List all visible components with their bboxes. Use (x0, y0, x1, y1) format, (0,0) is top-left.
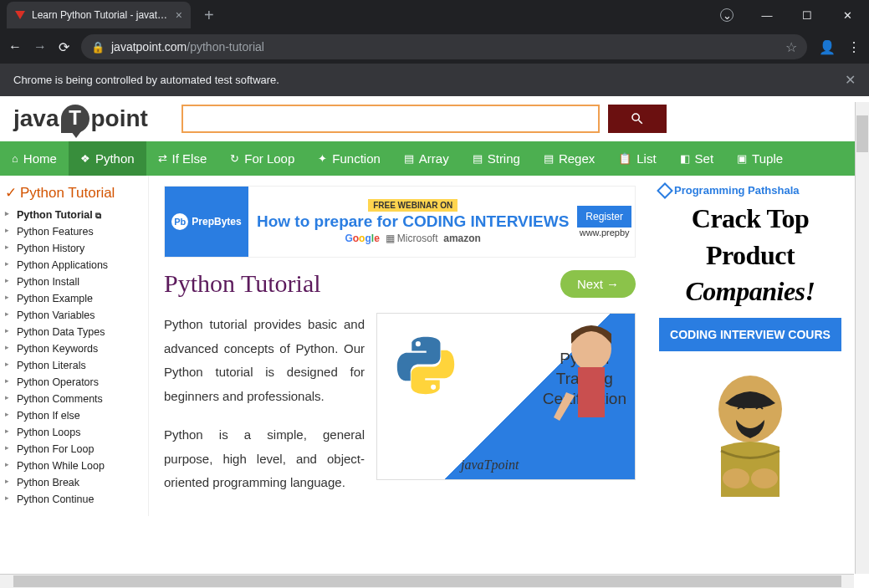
sidebar-item[interactable]: Python Example (5, 290, 143, 307)
right-sidebar-ad[interactable]: Programming Pathshala Crack Top Product … (651, 176, 841, 516)
ad-brands: Google ▦ Microsoft amazon (253, 233, 572, 244)
nav-home[interactable]: ⌂Home (0, 141, 69, 176)
sidebar: Python Tutorial Python Tutorial ⧉ Python… (0, 176, 149, 516)
tuple-icon: ▣ (737, 152, 747, 165)
sidebar-item[interactable]: Python Keywords (5, 340, 143, 357)
url-host: javatpoint.com (111, 40, 187, 54)
automation-infobar: Chrome is being controlled by automated … (0, 64, 869, 96)
sidebar-item[interactable]: Python Features (5, 223, 143, 240)
set-icon: ◧ (680, 152, 690, 165)
ad-headline: How to prepare for CODING INTERVIEWS (253, 212, 572, 231)
array-icon: ▤ (404, 152, 414, 165)
incognito-icon[interactable]: ⌄ (708, 3, 745, 28)
sidebar-item[interactable]: Python Continue (5, 491, 143, 508)
ad-heading: Crack Top (659, 205, 841, 233)
vertical-scrollbar[interactable] (855, 102, 869, 574)
bookmark-icon[interactable]: ☆ (785, 39, 797, 55)
python-logo-icon (394, 334, 458, 397)
ad-url: www.prepby (577, 228, 631, 238)
scrollbar-thumb[interactable] (856, 115, 868, 152)
profile-icon[interactable]: 👤 (819, 39, 836, 55)
loop-icon: ↻ (230, 152, 239, 165)
nav-string[interactable]: ▤String (461, 141, 532, 176)
tab-title: Learn Python Tutorial - javatpoin (32, 9, 169, 21)
sidebar-item[interactable]: Python If else (5, 407, 143, 424)
back-button[interactable]: ← (8, 39, 22, 54)
sidebar-item[interactable]: Python Break (5, 474, 143, 491)
sidebar-item[interactable]: Python History (5, 240, 143, 257)
branch-icon: ⇄ (158, 152, 167, 165)
sidebar-item[interactable]: Python Comments (5, 391, 143, 407)
ad-banner[interactable]: PbPrepBytes FREE WEBINAR ON How to prepa… (164, 186, 636, 258)
close-tab-icon[interactable]: × (176, 8, 182, 22)
nav-ifelse[interactable]: ⇄If Else (146, 141, 219, 176)
regex-icon: ▤ (544, 152, 554, 165)
sidebar-item[interactable]: Python For Loop (5, 441, 143, 458)
svg-point-4 (751, 468, 778, 488)
feature-image: PythonTrainingCertification javaTpoint (376, 313, 636, 480)
list-icon: 📋 (618, 152, 631, 165)
ad-heading: Product (659, 242, 841, 270)
person-illustration (550, 317, 633, 442)
infobar-text: Chrome is being controlled by automated … (13, 74, 279, 86)
search-input[interactable] (181, 105, 600, 133)
scrollbar-thumb[interactable] (13, 575, 841, 587)
ad-heading: Companies! (659, 278, 841, 306)
nav-python[interactable]: ❖Python (69, 141, 146, 176)
search-icon (630, 111, 645, 126)
sidebar-heading: Python Tutorial (5, 184, 143, 202)
feature-image-brand: javaTpoint (461, 458, 519, 473)
ad-register-button[interactable]: Register (577, 206, 631, 228)
nav-function[interactable]: ✦Function (306, 141, 392, 176)
sidebar-item[interactable]: Python While Loop (5, 458, 143, 474)
function-icon: ✦ (318, 152, 327, 165)
search-button[interactable] (608, 105, 667, 133)
url-path: /python-tutorial (187, 40, 264, 54)
nav-forloop[interactable]: ↻For Loop (218, 141, 306, 176)
python-icon: ❖ (80, 152, 90, 165)
nav-regex[interactable]: ▤Regex (532, 141, 606, 176)
forward-button[interactable]: → (33, 39, 47, 54)
main-content: PbPrepBytes FREE WEBINAR ON How to prepa… (149, 176, 651, 516)
nav-tuple[interactable]: ▣Tuple (725, 141, 795, 176)
horizontal-scrollbar[interactable] (0, 574, 854, 588)
paragraph: Python tutorial provides basic and advan… (164, 313, 365, 408)
ad-cta-button[interactable]: CODING INTERVIEW COURS (659, 318, 841, 351)
infobar-close-icon[interactable]: ✕ (845, 72, 856, 88)
new-tab-button[interactable]: + (196, 6, 222, 25)
minimize-button[interactable]: — (749, 3, 785, 28)
paragraph: Python is a simple, general purpose, hig… (164, 423, 365, 495)
sidebar-item[interactable]: Python Variables (5, 307, 143, 324)
svg-rect-1 (578, 367, 605, 417)
tab-bar: Learn Python Tutorial - javatpoin × + ⌄ … (0, 0, 869, 30)
url-input[interactable]: 🔒 javatpoint.com/python-tutorial ☆ (81, 34, 807, 59)
sidebar-item[interactable]: Python Install (5, 274, 143, 290)
ad-brand: Programming Pathshala (659, 184, 841, 197)
lock-icon: 🔒 (91, 41, 105, 54)
string-icon: ▤ (473, 152, 483, 165)
nav-array[interactable]: ▤Array (392, 141, 461, 176)
sidebar-item[interactable]: Python Operators (5, 374, 143, 391)
nav-list[interactable]: 📋List (606, 141, 667, 176)
ad-illustration (659, 363, 841, 497)
home-icon: ⌂ (12, 152, 18, 165)
sidebar-item[interactable]: Python Tutorial ⧉ (5, 207, 143, 223)
address-bar: ← → ⟳ 🔒 javatpoint.com/python-tutorial ☆… (0, 30, 869, 64)
reload-button[interactable]: ⟳ (59, 39, 69, 55)
next-button[interactable]: Next → (560, 270, 636, 298)
main-nav: ⌂Home ❖Python ⇄If Else ↻For Loop ✦Functi… (0, 141, 869, 176)
close-window-button[interactable]: ✕ (829, 3, 866, 28)
ad-tag: FREE WEBINAR ON (368, 199, 458, 212)
sidebar-item[interactable]: Python Data Types (5, 324, 143, 340)
sidebar-item[interactable]: Python Literals (5, 357, 143, 374)
sidebar-item[interactable]: Python Applications (5, 257, 143, 274)
maximize-button[interactable]: ☐ (789, 3, 826, 28)
tab-favicon (15, 11, 25, 19)
diamond-icon (657, 182, 673, 199)
ad-brand-logo: PbPrepBytes (165, 186, 248, 258)
nav-set[interactable]: ◧Set (668, 141, 726, 176)
sidebar-item[interactable]: Python Loops (5, 424, 143, 441)
site-logo[interactable]: javaTpoint (13, 105, 148, 133)
browser-tab[interactable]: Learn Python Tutorial - javatpoin × (7, 2, 191, 28)
menu-icon[interactable]: ⋮ (847, 39, 861, 55)
